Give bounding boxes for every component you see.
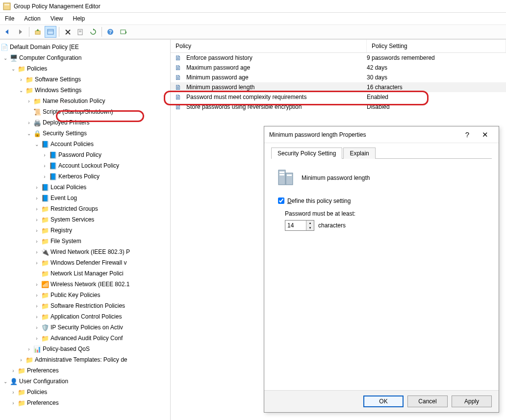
printer-icon: 🖨️ — [33, 119, 42, 126]
policy-item-icon: 🗎 — [175, 54, 184, 62]
tree-file-system[interactable]: ›📁File System — [0, 236, 170, 247]
tree-audit-policy[interactable]: ›📁Advanced Audit Policy Conf — [0, 333, 170, 344]
folder-icon: 📁 — [41, 313, 50, 321]
policy-icon: 📘 — [49, 162, 57, 170]
column-setting[interactable]: Policy Setting — [367, 40, 506, 52]
menu-file[interactable]: File — [3, 14, 20, 23]
menu-view[interactable]: View — [51, 14, 69, 23]
list-row[interactable]: 🗎 Store passwords using reversible encry… — [171, 102, 506, 112]
tree-root[interactable]: 📄 Default Domain Policy [EE — [0, 42, 170, 52]
document-icon: 📄 — [0, 44, 9, 51]
back-button[interactable] — [2, 26, 14, 38]
tree-system-services[interactable]: ›📁System Services — [0, 214, 170, 225]
menu-help[interactable]: Help — [73, 14, 91, 23]
tree-defender-firewall[interactable]: ›📁Windows Defender Firewall v — [0, 257, 170, 268]
folder-icon: 📁 — [17, 389, 26, 396]
unit-label: characters — [318, 222, 346, 229]
svg-marker-5 — [36, 29, 39, 31]
tree-user-configuration[interactable]: ⌄👤User Configuration — [0, 376, 170, 387]
window-title: Group Policy Management Editor — [14, 3, 101, 10]
folder-icon: 📁 — [25, 76, 34, 83]
length-input[interactable] — [285, 221, 306, 230]
column-policy[interactable]: Policy — [171, 40, 367, 52]
cancel-button[interactable]: Cancel — [407, 395, 448, 407]
list-row-selected[interactable]: 🗎 Minimum password length 16 characters — [171, 82, 506, 92]
forward-button[interactable] — [15, 26, 26, 38]
svg-marker-2 — [5, 29, 8, 34]
tree-scripts[interactable]: 📜Scripts (Startup/Shutdown) — [0, 106, 170, 117]
tree-wireless-network[interactable]: ›📶Wireless Network (IEEE 802.1 — [0, 279, 170, 290]
shield-icon: 🔒 — [33, 130, 42, 137]
length-stepper[interactable]: ▲ ▼ — [285, 220, 314, 231]
list-row[interactable]: 🗎 Minimum password age 30 days — [171, 73, 506, 82]
tree-security-settings[interactable]: ⌄🔒Security Settings — [0, 128, 170, 139]
list-row[interactable]: 🗎 Enforce password history 9 passwords r… — [171, 53, 506, 63]
policy-item-icon: 🗎 — [175, 64, 184, 72]
tree-password-policy[interactable]: ›📘Password Policy — [0, 149, 170, 160]
stepper-down[interactable]: ▼ — [306, 225, 314, 230]
svg-rect-1 — [4, 4, 9, 5]
tree-registry[interactable]: ›📁Registry — [0, 225, 170, 236]
tree-account-lockout[interactable]: ›📘Account Lockout Policy — [0, 160, 170, 171]
tree-user-preferences[interactable]: ›📁Preferences — [0, 397, 170, 408]
policy-item-icon: 🗎 — [175, 103, 184, 111]
expand-icon[interactable]: ⌄ — [2, 55, 9, 61]
toolbar: ? — [0, 25, 506, 39]
tree-admin-templates[interactable]: ›📁Administrative Templates: Policy de — [0, 354, 170, 365]
menubar: File Action View Help — [0, 13, 506, 25]
export-button[interactable] — [75, 26, 86, 38]
tree-application-control[interactable]: ›📁Application Control Policies — [0, 311, 170, 322]
tree-network-list-manager[interactable]: 📁Network List Manager Polici — [0, 268, 170, 279]
wireless-icon: 📶 — [41, 281, 50, 288]
delete-button[interactable] — [62, 26, 74, 38]
tree-deployed-printers[interactable]: ›🖨️Deployed Printers — [0, 117, 170, 128]
tree-preferences[interactable]: ›📁Preferences — [0, 365, 170, 376]
apply-button[interactable]: Apply — [452, 395, 492, 407]
refresh-button[interactable] — [87, 26, 99, 38]
tree-pane[interactable]: 📄 Default Domain Policy [EE ⌄ 🖥️ Compute… — [0, 40, 171, 420]
list-row[interactable]: 🗎 Password must meet complexity requirem… — [171, 92, 506, 102]
tree-user-policies[interactable]: ›📁Policies — [0, 387, 170, 397]
tree-restricted-groups[interactable]: ›📁Restricted Groups — [0, 203, 170, 214]
tab-security-policy-setting[interactable]: Security Policy Setting — [271, 148, 342, 159]
properties-dialog: Minimum password length Properties ? ✕ S… — [264, 126, 499, 413]
tree-software-restriction[interactable]: ›📁Software Restriction Policies — [0, 300, 170, 311]
help-button[interactable]: ? — [104, 26, 116, 38]
tree-account-policies[interactable]: ⌄📘Account Policies — [0, 139, 170, 149]
up-button[interactable] — [32, 26, 44, 38]
policy-icon: 📘 — [41, 195, 50, 202]
ok-button[interactable]: OK — [363, 395, 404, 407]
help-button[interactable]: ? — [458, 128, 476, 142]
tree-local-policies[interactable]: ›📘Local Policies — [0, 182, 170, 193]
list-row[interactable]: 🗎 Maximum password age 42 days — [171, 63, 506, 73]
tree-ip-security[interactable]: ›🛡️IP Security Policies on Activ — [0, 322, 170, 333]
tree-computer-configuration[interactable]: ⌄ 🖥️ Computer Configuration — [0, 52, 170, 63]
tree-public-key-policies[interactable]: ›📁Public Key Policies — [0, 290, 170, 300]
tab-explain[interactable]: Explain — [343, 148, 375, 159]
tree-qos[interactable]: ›📊Policy-based QoS — [0, 344, 170, 354]
policy-icon: 📘 — [41, 141, 50, 148]
network-icon: 🔌 — [41, 248, 50, 256]
filter-button[interactable] — [117, 26, 129, 38]
titlebar: Group Policy Management Editor — [0, 0, 506, 13]
svg-rect-22 — [287, 174, 292, 176]
svg-rect-4 — [35, 31, 40, 34]
tree-kerberos[interactable]: ›📘Kerberos Policy — [0, 171, 170, 182]
svg-marker-17 — [126, 31, 126, 34]
tree-name-resolution[interactable]: ›📁Name Resolution Policy — [0, 96, 170, 106]
properties-button[interactable] — [45, 26, 56, 38]
folder-icon: 📁 — [17, 65, 26, 73]
tree-policies[interactable]: ⌄ 📁 Policies — [0, 63, 170, 74]
close-button[interactable]: ✕ — [476, 128, 494, 142]
tree-software-settings[interactable]: ›📁Software Settings — [0, 74, 170, 85]
tree-wired-network[interactable]: ›🔌Wired Network (IEEE 802.3) P — [0, 247, 170, 257]
svg-marker-3 — [19, 29, 22, 34]
define-checkbox[interactable] — [278, 198, 284, 204]
tree-windows-settings[interactable]: ⌄📁Windows Settings — [0, 85, 170, 96]
stepper-up[interactable]: ▲ — [306, 221, 314, 225]
policy-icon: 📘 — [49, 173, 57, 180]
dialog-title: Minimum password length Properties — [269, 131, 366, 138]
menu-action[interactable]: Action — [24, 14, 46, 23]
folder-icon: 📁 — [25, 356, 34, 364]
tree-event-log[interactable]: ›📘Event Log — [0, 193, 170, 203]
